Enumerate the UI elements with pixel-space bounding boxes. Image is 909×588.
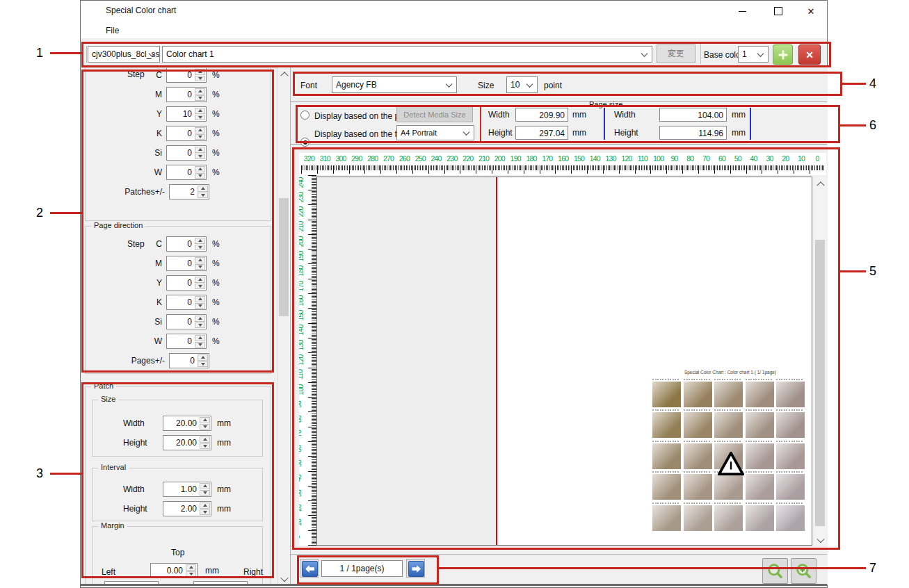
annotation-box-4 [293, 72, 842, 96]
annotation-number-6: 6 [869, 118, 876, 133]
annotation-box-1 [81, 42, 831, 67]
close-icon: ✕ [807, 7, 815, 16]
annotation-box-6 [296, 105, 840, 143]
zoom-in-button[interactable] [791, 558, 817, 584]
annotation-number-2: 2 [36, 206, 43, 220]
annotation-box-2 [81, 70, 274, 373]
screenshot-root: Special Color chart ✕ File cjv300plus_8c… [0, 0, 909, 588]
title-bar[interactable] [81, 1, 827, 22]
annotation-number-5: 5 [869, 264, 876, 279]
annotation-box-3 [81, 382, 274, 578]
settings-scroll-down[interactable] [278, 573, 290, 585]
window-bottom-edge [81, 584, 827, 586]
annotation-number-3: 3 [36, 466, 43, 481]
zoom-out-button[interactable] [762, 558, 788, 584]
annotation-line-7 [439, 567, 866, 569]
annotation-line-5 [840, 270, 866, 272]
maximize-button[interactable] [762, 1, 794, 22]
chevron-down-icon [280, 573, 288, 581]
annotation-box-7 [297, 555, 439, 585]
close-button[interactable]: ✕ [795, 1, 827, 22]
annotation-number-4: 4 [869, 76, 876, 91]
annotation-line-6 [840, 124, 866, 126]
annotation-line-1 [50, 52, 81, 54]
menu-file[interactable]: File [102, 24, 123, 37]
window-title: Special Color chart [106, 6, 176, 15]
minimize-button[interactable] [726, 1, 758, 22]
settings-scroll-thumb[interactable] [279, 198, 289, 316]
maximize-icon [774, 7, 782, 15]
magnifier-plus-icon [796, 563, 812, 580]
chevron-up-icon [280, 72, 288, 79]
annotation-line-2 [50, 212, 81, 214]
minimize-icon [739, 11, 746, 12]
annotation-number-7: 7 [869, 561, 876, 575]
annotation-line-4 [842, 83, 866, 85]
menu-bar: File [81, 22, 827, 39]
settings-scrollbar [277, 67, 290, 585]
annotation-number-1: 1 [36, 46, 43, 60]
settings-scroll-up[interactable] [278, 67, 290, 79]
annotation-line-3 [50, 473, 81, 475]
annotation-box-5 [292, 147, 840, 550]
magnifier-icon [767, 563, 784, 580]
